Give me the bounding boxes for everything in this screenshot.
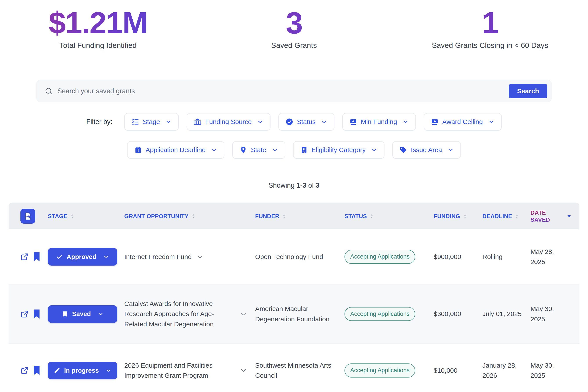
filter-chip-label: State	[251, 146, 266, 154]
filter-application-deadline[interactable]: Application Deadline	[127, 141, 225, 159]
grant-title[interactable]: Internet Freedom Fund	[124, 252, 192, 262]
sort-icon	[514, 214, 519, 219]
stage-dropdown-button[interactable]: Saved	[48, 305, 117, 323]
banknote-icon	[349, 118, 357, 126]
header-label: STATUS	[344, 213, 367, 220]
filter-chip-label: Issue Area	[411, 146, 442, 154]
banknote-icon	[431, 118, 439, 126]
header-date-saved[interactable]: DATE SAVED	[530, 209, 566, 224]
filter-award-ceiling[interactable]: Award Ceiling	[424, 113, 502, 130]
sort-icon	[70, 214, 75, 219]
saved-grants-page: $1.21M Total Funding Identified 3 Saved …	[0, 0, 588, 392]
header-funding[interactable]: FUNDING	[434, 213, 482, 220]
filter-chip-label: Award Ceiling	[442, 118, 483, 126]
status-badge: Accepting Applications	[344, 250, 415, 264]
header-stage[interactable]: STAGE	[48, 213, 124, 220]
stats-row: $1.21M Total Funding Identified 3 Saved …	[0, 0, 588, 50]
sort-icon	[369, 214, 374, 219]
sort-descending-icon[interactable]	[566, 213, 572, 219]
stat-value-closing-soon: 1	[392, 6, 588, 39]
search-button[interactable]: Search	[509, 84, 547, 98]
bookmark-icon[interactable]	[33, 366, 40, 375]
pencil-icon	[54, 367, 61, 374]
chevron-down-icon	[321, 118, 327, 125]
funding-amount: $10,000	[434, 366, 482, 376]
deadline-value: January 28, 2026	[482, 360, 530, 381]
row-expand-chevron-icon[interactable]	[240, 310, 247, 318]
header-label: FUNDER	[255, 213, 279, 220]
external-link-icon[interactable]	[21, 310, 29, 318]
filter-by-label: Filter by:	[86, 118, 112, 126]
bookmark-icon[interactable]	[33, 252, 40, 262]
deadline-value: July 01, 2025	[482, 309, 530, 319]
filter-stage[interactable]: Stage	[124, 113, 179, 130]
header-label: FUNDING	[434, 213, 460, 220]
export-button[interactable]	[21, 209, 35, 224]
building-icon	[300, 146, 308, 154]
list-check-icon	[131, 118, 139, 126]
grant-title[interactable]: 2026 Equipment and Facilities Improvemen…	[124, 360, 235, 381]
table-row: Saved Catalyst Awards for Innovative Res…	[9, 284, 579, 344]
filter-chip-label: Eligibility Category	[312, 146, 366, 154]
header-label: DEADLINE	[482, 213, 512, 220]
header-funder[interactable]: FUNDER	[255, 213, 344, 220]
results-summary: Showing 1-3 of 3	[0, 182, 588, 190]
filter-chip-label: Min Funding	[361, 118, 397, 126]
stat-closing-soon: 1 Saved Grants Closing in < 60 Days	[392, 6, 588, 50]
stat-total-funding: $1.21M Total Funding Identified	[0, 6, 196, 50]
stat-value-saved-grants: 3	[196, 6, 392, 39]
stat-label-total-funding: Total Funding Identified	[0, 41, 196, 50]
chevron-down-icon	[402, 118, 409, 125]
chevron-down-icon	[98, 311, 104, 317]
header-deadline[interactable]: DEADLINE	[482, 213, 530, 220]
funder-name: Open Technology Fund	[255, 252, 344, 262]
filter-issue-area[interactable]: Issue Area	[392, 141, 461, 159]
funding-amount: $900,000	[434, 252, 482, 262]
stage-dropdown-button[interactable]: Approved	[48, 248, 117, 266]
header-label: STAGE	[48, 213, 68, 220]
funding-amount: $300,000	[434, 309, 482, 319]
external-link-icon[interactable]	[21, 366, 29, 375]
filter-chip-label: Stage	[143, 118, 160, 126]
table-row: Approved Internet Freedom Fund Open Tech…	[9, 229, 579, 284]
filter-funding-source[interactable]: Funding Source	[187, 113, 271, 130]
stage-dropdown-button[interactable]: In progress	[48, 362, 117, 379]
filter-status[interactable]: Status	[278, 113, 334, 130]
stat-label-closing-soon: Saved Grants Closing in < 60 Days	[392, 41, 588, 50]
sort-icon	[462, 214, 468, 219]
date-saved-value: May 28, 2025	[530, 247, 566, 267]
bookmark-icon[interactable]	[33, 309, 40, 319]
search-input[interactable]	[53, 87, 509, 95]
filter-state[interactable]: State	[232, 141, 285, 159]
stage-label: Saved	[72, 310, 91, 318]
chevron-down-icon	[257, 118, 263, 125]
sort-icon	[281, 214, 287, 219]
check-circle-icon	[285, 118, 293, 126]
row-expand-chevron-icon[interactable]	[240, 366, 247, 374]
funder-name: American Macular Degeneration Foundation	[255, 304, 344, 324]
filter-chip-label: Funding Source	[205, 118, 252, 126]
filter-eligibility-category[interactable]: Eligibility Category	[293, 141, 385, 159]
deadline-value: Rolling	[482, 252, 530, 262]
header-grant-opportunity[interactable]: GRANT OPPORTUNITY	[124, 213, 255, 220]
tag-icon	[399, 146, 407, 154]
filter-min-funding[interactable]: Min Funding	[342, 113, 416, 130]
results-summary-prefix: Showing	[269, 182, 295, 189]
table-header: STAGE GRANT OPPORTUNITY FUNDER STATUS FU…	[9, 203, 579, 229]
external-link-icon[interactable]	[21, 253, 29, 261]
chevron-down-icon	[165, 118, 172, 125]
header-label: GRANT OPPORTUNITY	[124, 213, 189, 220]
chevron-down-icon	[103, 254, 109, 260]
filters-section: Filter by: Stage Funding Source	[0, 113, 588, 159]
results-summary-total: 3	[316, 182, 319, 189]
stat-saved-grants: 3 Saved Grants	[196, 6, 392, 50]
filter-row-1: Filter by: Stage Funding Source	[0, 113, 588, 130]
results-summary-of: of	[308, 182, 314, 189]
filter-chip-label: Application Deadline	[146, 146, 206, 154]
grant-title[interactable]: Catalyst Awards for Innovative Research …	[124, 299, 235, 330]
row-expand-chevron-icon[interactable]	[196, 253, 204, 261]
status-badge: Accepting Applications	[344, 307, 415, 321]
header-status[interactable]: STATUS	[344, 213, 434, 220]
map-pin-icon	[239, 146, 247, 154]
date-saved-value: May 30, 2025	[530, 304, 566, 324]
